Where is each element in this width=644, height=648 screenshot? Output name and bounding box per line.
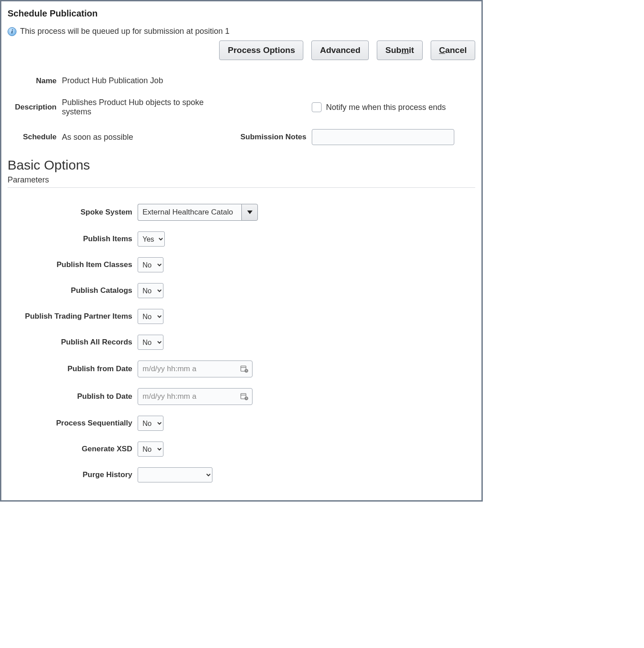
publish-item-classes-select[interactable]: No [138,257,163,272]
generate-xsd-select[interactable]: No [138,441,163,457]
submit-post: it [409,45,414,55]
advanced-button[interactable]: Advanced [311,40,369,60]
spoke-system-label: Spoke System [8,208,132,217]
purge-history-select[interactable] [138,467,212,482]
cancel-post: ancel [445,45,467,55]
info-icon: i [8,27,16,36]
basic-options-heading: Basic Options [8,158,475,173]
parameters-grid: Spoke System Publish Items Yes Publish I… [8,204,475,482]
chevron-down-icon [247,211,253,214]
cancel-ul: C [439,45,445,55]
meta-grid: Name Product Hub Publication Job Descrip… [8,76,475,145]
name-value: Product Hub Publication Job [62,76,475,85]
publish-tpi-select[interactable]: No [138,309,163,324]
info-row: i This process will be queued up for sub… [8,27,475,36]
submission-notes-label: Submission Notes [231,133,306,142]
publish-items-select[interactable]: Yes [138,231,165,247]
dialog-title: Schedule Publication [8,8,475,19]
submission-notes-input[interactable] [312,129,454,145]
parameters-subheading: Parameters [8,175,475,188]
publish-to-input[interactable] [138,388,253,405]
info-text: This process will be queued up for submi… [20,27,229,36]
publish-from-label: Publish from Date [8,364,132,373]
description-value: Publishes Product Hub objects to spoke s… [62,98,225,117]
process-seq-label: Process Sequentially [8,419,132,428]
publish-all-select[interactable]: No [138,335,163,350]
schedule-label: Schedule [8,133,57,142]
process-seq-select[interactable]: No [138,416,163,431]
spoke-system-combo [138,204,258,221]
publish-items-label: Publish Items [8,235,132,243]
notify-checkbox[interactable] [312,102,322,112]
schedule-value: As soon as possible [62,133,225,142]
publish-catalogs-select[interactable]: No [138,283,163,298]
button-bar: Process Options Advanced Submit Cancel [8,40,475,60]
submit-ul: m [401,45,409,55]
publish-catalogs-label: Publish Catalogs [8,286,132,295]
purge-history-label: Purge History [8,470,132,479]
publish-to-label: Publish to Date [8,392,132,401]
submit-pre: Sub [385,45,401,55]
notify-checkbox-row: Notify me when this process ends [312,102,475,112]
cancel-button[interactable]: Cancel [431,40,475,60]
publish-all-label: Publish All Records [8,338,132,347]
publish-item-classes-label: Publish Item Classes [8,260,132,269]
spoke-system-dropdown-button[interactable] [241,204,258,221]
process-options-button[interactable]: Process Options [219,40,303,60]
name-label: Name [8,77,57,85]
generate-xsd-label: Generate XSD [8,445,132,454]
schedule-publication-dialog: Schedule Publication i This process will… [0,0,483,502]
submit-button[interactable]: Submit [377,40,422,60]
publish-from-input[interactable] [138,360,253,377]
notify-label: Notify me when this process ends [326,103,446,112]
description-label: Description [8,103,57,112]
spoke-system-input[interactable] [138,204,241,221]
publish-tpi-label: Publish Trading Partner Items [8,312,132,321]
